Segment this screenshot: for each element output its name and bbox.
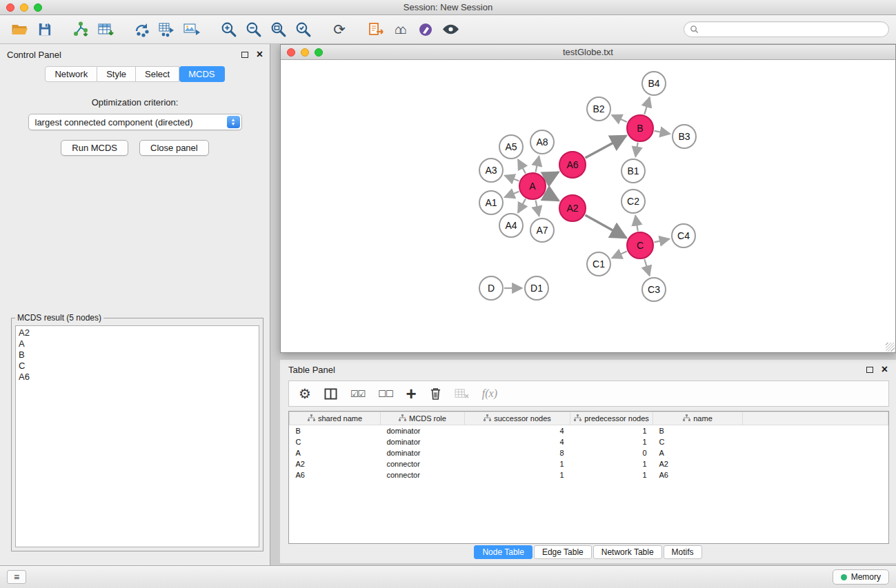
tab-edge-table[interactable]: Edge Table: [534, 545, 592, 559]
graph-node-B4[interactable]: B4: [642, 72, 666, 95]
tab-network-table[interactable]: Network Table: [593, 545, 662, 559]
mcds-result-item[interactable]: A6: [19, 372, 256, 383]
graph-node-A8[interactable]: A8: [530, 130, 554, 154]
home-button[interactable]: ⌂⌂: [390, 19, 412, 41]
open-session-button[interactable]: [8, 19, 30, 41]
graph-edge-B-B4[interactable]: [644, 97, 650, 114]
select-all-button[interactable]: ☑☑: [350, 389, 365, 399]
import-network-button[interactable]: [70, 19, 92, 41]
search-input[interactable]: [702, 25, 888, 34]
graph-edge-A-A4[interactable]: [518, 199, 526, 212]
network-window-titlebar[interactable]: testGlobe.txt: [281, 45, 895, 60]
graph-node-B3[interactable]: B3: [673, 125, 696, 148]
graph-node-D[interactable]: D: [479, 276, 503, 300]
column-layout-button[interactable]: [324, 388, 337, 400]
delete-row-button[interactable]: [430, 387, 441, 401]
column-header[interactable]: MCDS role: [381, 412, 465, 425]
graph-edge-C-C2[interactable]: [635, 216, 638, 232]
graph-node-A7[interactable]: A7: [530, 219, 554, 242]
graph-node-C2[interactable]: C2: [621, 190, 645, 213]
graph-node-B[interactable]: B: [627, 115, 653, 141]
graph-node-A4[interactable]: A4: [499, 214, 523, 237]
resize-grip[interactable]: [886, 343, 895, 352]
graph-edge-A2-C[interactable]: [585, 215, 626, 238]
new-network-button[interactable]: [131, 19, 153, 41]
search-field[interactable]: [684, 21, 889, 37]
graph-edge-A-A7[interactable]: [536, 201, 539, 216]
network-canvas[interactable]: B4B2BB3A8A5A6A3B1AC2A1A2A4A7C4CC1C3DD1: [281, 60, 895, 352]
graph-node-A1[interactable]: A1: [479, 191, 503, 214]
zoom-window-button[interactable]: [34, 3, 42, 12]
zoom-out-button[interactable]: [242, 19, 264, 41]
refresh-view-button[interactable]: ⟳: [328, 19, 350, 41]
table-row[interactable]: Adominator80A: [290, 447, 888, 458]
graph-node-C[interactable]: C: [627, 232, 653, 258]
new-table-button[interactable]: [156, 19, 178, 41]
add-row-button[interactable]: +: [406, 387, 417, 401]
mcds-result-item[interactable]: C: [19, 361, 256, 372]
float-panel-icon[interactable]: [241, 52, 248, 58]
graph-edge-C-C1[interactable]: [612, 252, 627, 258]
table-row[interactable]: A6connector11A6: [290, 469, 888, 480]
close-window-button[interactable]: [6, 3, 14, 12]
table-row[interactable]: Cdominator41C: [290, 436, 888, 447]
graph-edge-C-C3[interactable]: [644, 259, 649, 276]
graph-edge-B-B2[interactable]: [612, 115, 627, 122]
graph-node-C4[interactable]: C4: [672, 224, 695, 247]
graph-edge-A-A8[interactable]: [536, 156, 539, 172]
graph-node-C3[interactable]: C3: [642, 278, 666, 301]
tab-network[interactable]: Network: [45, 66, 97, 82]
column-header[interactable]: predecessor nodes: [570, 412, 653, 425]
graph-node-C1[interactable]: C1: [587, 252, 610, 276]
minimize-network-window-button[interactable]: [301, 48, 309, 57]
graph-edge-A-A3[interactable]: [505, 176, 519, 181]
graph-edge-A-A6[interactable]: [546, 172, 559, 179]
annotations-button[interactable]: [415, 19, 437, 41]
zoom-in-button[interactable]: [217, 19, 239, 41]
graph-edge-A-A5[interactable]: [518, 159, 526, 173]
memory-button[interactable]: Memory: [833, 569, 889, 585]
close-network-window-button[interactable]: [287, 48, 295, 57]
graph-node-A5[interactable]: A5: [499, 135, 523, 159]
graph-edge-A-A1[interactable]: [505, 192, 519, 197]
mcds-result-list[interactable]: A2ABCA6: [15, 325, 259, 547]
table-row[interactable]: Bdominator41B: [290, 425, 888, 436]
tab-select[interactable]: Select: [136, 66, 179, 82]
tab-style[interactable]: Style: [97, 66, 136, 82]
import-table-button[interactable]: [94, 19, 117, 41]
export-image-button[interactable]: [181, 19, 203, 41]
graph-node-A2[interactable]: A2: [559, 195, 586, 221]
task-history-button[interactable]: ≡: [7, 570, 26, 584]
column-header[interactable]: successor nodes: [465, 412, 570, 425]
graph-edge-A6-B[interactable]: [586, 136, 626, 158]
graph-node-B2[interactable]: B2: [587, 97, 610, 121]
show-hide-button[interactable]: [439, 19, 461, 41]
mcds-result-item[interactable]: A: [19, 338, 256, 349]
zoom-network-window-button[interactable]: [315, 48, 323, 57]
node-table[interactable]: shared nameMCDS rolesuccessor nodesprede…: [288, 411, 889, 544]
deselect-all-button[interactable]: ☐☐: [378, 389, 392, 399]
graph-edge-B-B3[interactable]: [655, 131, 670, 134]
close-table-panel-icon[interactable]: ×: [882, 364, 888, 375]
graph-edge-A-A2[interactable]: [545, 193, 559, 201]
function-builder-button[interactable]: f(x): [482, 387, 497, 400]
graph-edge-C-C4[interactable]: [655, 239, 670, 243]
graph-node-A3[interactable]: A3: [479, 159, 503, 182]
mcds-result-item[interactable]: A2: [19, 327, 256, 338]
export-document-button[interactable]: [365, 19, 387, 41]
save-session-button[interactable]: [33, 19, 55, 41]
zoom-fit-button[interactable]: [267, 19, 289, 41]
minimize-window-button[interactable]: [20, 3, 28, 12]
close-panel-button[interactable]: Close panel: [139, 140, 209, 156]
graph-node-B1[interactable]: B1: [621, 159, 645, 183]
close-panel-icon[interactable]: ×: [257, 49, 263, 60]
graph-node-D1[interactable]: D1: [525, 276, 548, 300]
optimization-criterion-select[interactable]: largest connected component (directed) ▲…: [28, 114, 242, 130]
tab-node-table[interactable]: Node Table: [474, 545, 532, 559]
graph-node-A[interactable]: A: [519, 173, 546, 199]
zoom-selected-button[interactable]: [292, 19, 314, 41]
graph-node-A6[interactable]: A6: [559, 152, 586, 178]
graph-edge-B-B1[interactable]: [635, 143, 637, 157]
table-row[interactable]: A2connector11A2: [290, 458, 888, 469]
float-table-panel-icon[interactable]: [866, 367, 873, 373]
